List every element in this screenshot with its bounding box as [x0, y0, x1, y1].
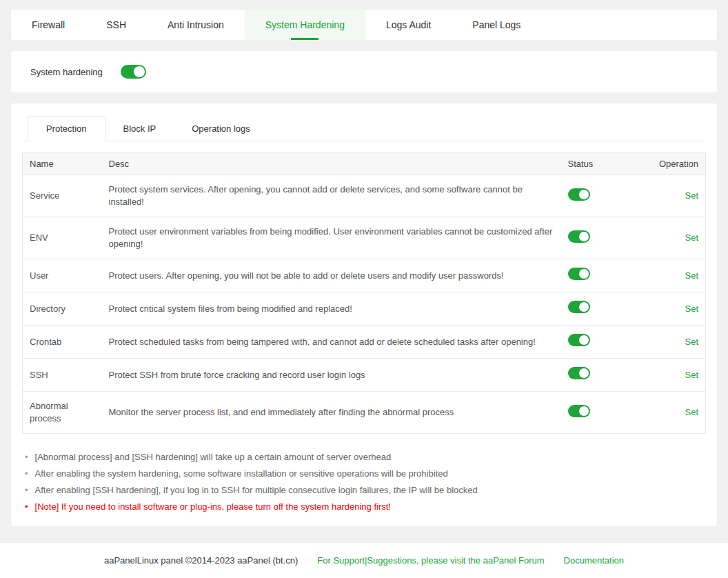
row-status-toggle[interactable]: [568, 268, 590, 280]
system-hardening-toggle[interactable]: [121, 65, 146, 79]
bullet-icon: •: [25, 482, 28, 499]
table-row: User Protect users. After opening, you w…: [23, 259, 706, 292]
table-row: SSH Protect SSH from brute force crackin…: [23, 359, 706, 392]
table-row: ENV Protect user environment variables f…: [23, 217, 706, 259]
sub-tab[interactable]: Block IP: [105, 116, 174, 141]
row-status-toggle[interactable]: [568, 367, 590, 379]
sub-tab-label: Protection: [46, 123, 87, 134]
note-text: [Note] If you need to install software o…: [35, 499, 391, 515]
column-header-desc: Desc: [102, 153, 561, 175]
sub-tab[interactable]: Operation logs: [174, 116, 268, 141]
column-header-status: Status: [561, 153, 640, 175]
column-header-operation: Operation: [640, 153, 706, 175]
sub-tab-label: Operation logs: [192, 123, 250, 134]
sub-tab-label: Block IP: [123, 123, 156, 134]
row-status-toggle[interactable]: [568, 188, 590, 201]
hardening-card: System hardening: [11, 51, 717, 92]
row-name: User: [23, 259, 102, 292]
main-tab[interactable]: SSH: [85, 10, 147, 40]
main-tab-label: Logs Audit: [386, 19, 431, 30]
sub-tabbar: Protection Block IP Operation logs: [22, 116, 706, 141]
row-desc: Protect user environment variables from …: [102, 217, 561, 259]
main-tab-label: Anti Intrusion: [168, 19, 224, 30]
footer-docs-link[interactable]: Documentation: [564, 555, 624, 566]
row-name: Directory: [23, 292, 102, 326]
page: Firewall SSH Anti Intrusion System Harde…: [0, 0, 728, 578]
main-tab-label: Panel Logs: [472, 19, 520, 30]
table-row: Directory Protect critical system files …: [23, 292, 706, 326]
row-desc: Protect system services. After opening, …: [102, 175, 561, 217]
bullet-icon: •: [25, 466, 28, 482]
main-tab[interactable]: Anti Intrusion: [147, 10, 245, 40]
footer-support-link[interactable]: For Support|Suggestions, please visit th…: [317, 555, 544, 566]
main-tab[interactable]: Firewall: [11, 10, 85, 40]
toggle-knob: [579, 368, 589, 378]
table-header-row: Name Desc Status Operation: [23, 153, 706, 175]
toggle-knob: [579, 335, 589, 345]
main-tab-label: System Hardening: [265, 19, 345, 30]
toggle-knob: [579, 302, 589, 312]
main-tab[interactable]: Logs Audit: [365, 10, 452, 40]
note-item: • [Abnormal process] and [SSH hardening]…: [25, 449, 706, 466]
row-desc: Protect SSH from brute force cracking an…: [102, 359, 561, 392]
main-tabbar: Firewall SSH Anti Intrusion System Harde…: [11, 10, 717, 40]
set-link[interactable]: Set: [685, 190, 698, 201]
row-name: Crontab: [23, 326, 102, 359]
note-item: • [Note] If you need to install software…: [25, 499, 706, 515]
row-desc: Protect scheduled tasks from being tampe…: [102, 326, 561, 359]
protection-table: Name Desc Status Operation Service Prote…: [22, 152, 706, 434]
footer-copyright: aaPanelLinux panel ©2014-2023 aaPanel (b…: [104, 555, 298, 566]
notes-list: • [Abnormal process] and [SSH hardening]…: [25, 449, 706, 515]
set-link[interactable]: Set: [685, 370, 698, 380]
note-text: After enabling [SSH hardening], if you l…: [35, 482, 478, 499]
toggle-knob: [579, 406, 589, 416]
toggle-knob: [579, 269, 589, 279]
row-name: Service: [23, 175, 102, 217]
note-item: • After enabling the system hardening, s…: [25, 466, 706, 482]
row-status-toggle[interactable]: [568, 405, 590, 417]
bullet-icon: •: [25, 449, 28, 466]
hardening-label: System hardening: [30, 67, 103, 77]
main-tab-label: SSH: [106, 19, 126, 30]
toggle-knob: [579, 232, 589, 241]
row-status-toggle[interactable]: [568, 334, 590, 346]
note-item: • After enabling [SSH hardening], if you…: [25, 482, 706, 499]
set-link[interactable]: Set: [685, 303, 698, 314]
set-link[interactable]: Set: [685, 407, 698, 417]
note-text: [Abnormal process] and [SSH hardening] w…: [35, 449, 392, 466]
set-link[interactable]: Set: [685, 337, 698, 347]
main-tab-label: Firewall: [32, 19, 65, 30]
row-desc: Monitor the server process list, and end…: [102, 392, 561, 434]
table-row: Crontab Protect scheduled tasks from bei…: [23, 326, 706, 359]
set-link[interactable]: Set: [685, 232, 698, 243]
row-name: ENV: [23, 217, 102, 259]
row-status-toggle[interactable]: [568, 301, 590, 313]
footer: aaPanelLinux panel ©2014-2023 aaPanel (b…: [0, 543, 728, 578]
table-row: Service Protect system services. After o…: [23, 175, 706, 217]
toggle-knob: [579, 190, 589, 199]
row-desc: Protect users. After opening, you will n…: [102, 259, 561, 292]
row-name: Abnormal process: [23, 392, 102, 434]
row-status-toggle[interactable]: [568, 230, 590, 243]
table-row: Abnormal process Monitor the server proc…: [23, 392, 706, 434]
set-link[interactable]: Set: [685, 270, 698, 281]
sub-tab[interactable]: Protection: [28, 116, 105, 141]
main-tab[interactable]: System Hardening: [245, 10, 365, 40]
bullet-icon: •: [25, 499, 28, 515]
main-tab[interactable]: Panel Logs: [452, 10, 541, 40]
column-header-name: Name: [23, 153, 102, 175]
toggle-knob: [134, 66, 145, 77]
note-text: After enabling the system hardening, som…: [35, 466, 448, 482]
protection-panel: Protection Block IP Operation logs Name …: [11, 103, 717, 526]
row-name: SSH: [23, 359, 102, 392]
row-desc: Protect critical system files from being…: [102, 292, 561, 326]
